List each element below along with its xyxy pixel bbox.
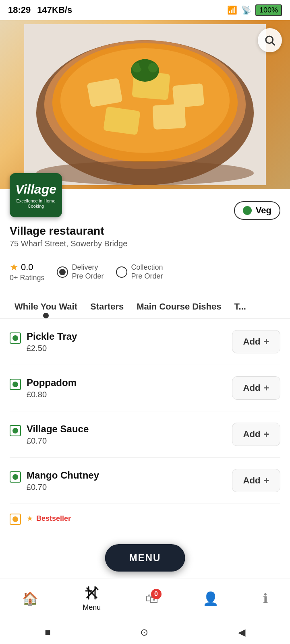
veg-indicator xyxy=(10,425,21,436)
menu-float-button[interactable]: MENU xyxy=(105,544,185,572)
item-price: £2.50 xyxy=(27,344,77,353)
menu-item-left: Mango Chutney £0.70 xyxy=(10,470,99,492)
restaurant-name: Village restaurant xyxy=(10,225,280,237)
hero-image xyxy=(0,20,290,189)
rating-value: 0.0 xyxy=(21,262,33,272)
star-icon: ★ xyxy=(10,262,19,273)
veg-inner-dot xyxy=(12,335,18,341)
svg-rect-7 xyxy=(172,83,205,108)
android-nav-bar: ■ ⊙ ◀ xyxy=(0,620,290,644)
collection-radio[interactable] xyxy=(116,266,127,278)
ratings-delivery-row: ★ 0.0 0+ Ratings Delivery Pre Order Coll… xyxy=(10,255,280,290)
veg-dot-icon xyxy=(243,206,252,215)
tab-more[interactable]: T... xyxy=(228,298,252,318)
svg-point-15 xyxy=(266,36,273,43)
home-icon: 🏠 xyxy=(22,592,38,605)
add-button[interactable]: Add + xyxy=(232,376,280,400)
tab-while-you-wait[interactable]: While You Wait xyxy=(8,298,84,318)
item-name: Mango Chutney xyxy=(27,470,99,481)
battery: 100% xyxy=(255,4,282,16)
status-bar: 18:29 147KB/s 📶 📡 100% xyxy=(0,0,290,20)
veg-inner-dot xyxy=(12,428,18,433)
android-back-button[interactable]: ◀ xyxy=(238,627,245,638)
logo-veg-row: Village Excellence in Home Cooking Veg xyxy=(10,173,280,220)
bestseller-label: Bestseller xyxy=(36,514,71,523)
menu-item: Mango Chutney £0.70 Add + xyxy=(10,458,280,504)
veg-inner-dot xyxy=(12,382,18,387)
nav-menu[interactable]: Menu xyxy=(83,585,101,612)
plus-icon: + xyxy=(263,429,269,440)
category-tabs: While You Wait Starters Main Course Dish… xyxy=(0,290,290,319)
rating-stars: ★ 0.0 xyxy=(10,262,33,273)
android-circle-button[interactable]: ⊙ xyxy=(140,627,148,638)
veg-indicator xyxy=(10,379,21,390)
time: 18:29 xyxy=(8,5,31,15)
add-button[interactable]: Add + xyxy=(232,423,280,446)
nav-info[interactable]: ℹ xyxy=(263,592,268,605)
plus-icon: + xyxy=(263,336,269,347)
nav-home[interactable]: 🏠 xyxy=(22,592,38,605)
info-icon: ℹ xyxy=(263,592,268,605)
veg-indicator xyxy=(10,332,21,344)
item-price: £0.80 xyxy=(27,390,77,399)
delivery-label: Delivery Pre Order xyxy=(72,263,104,281)
svg-line-16 xyxy=(272,43,275,45)
item-price: £0.70 xyxy=(27,436,89,446)
veg-label: Veg xyxy=(256,205,271,216)
status-left: 18:29 147KB/s xyxy=(8,5,72,15)
rating-block: ★ 0.0 0+ Ratings xyxy=(10,262,45,282)
menu-item: Poppadom £0.80 Add + xyxy=(10,365,280,411)
plus-icon: + xyxy=(263,475,269,486)
svg-point-13 xyxy=(148,63,158,72)
item-price: £0.70 xyxy=(27,483,99,492)
bestseller-info: ★ Bestseller xyxy=(27,514,71,523)
collection-option[interactable]: Collection Pre Order xyxy=(116,263,163,281)
food-photo xyxy=(0,20,290,189)
android-square-button[interactable]: ■ xyxy=(45,627,51,638)
signal-icon: 📶 xyxy=(227,5,237,15)
logo-text: Village xyxy=(15,182,56,197)
menu-item-partial: ★ Bestseller xyxy=(10,504,280,525)
collection-label: Collection Pre Order xyxy=(131,263,163,281)
logo-subtitle: Excellence in Home Cooking xyxy=(14,198,58,209)
menu-item-left: Poppadom £0.80 xyxy=(10,377,77,399)
delivery-radio[interactable] xyxy=(57,266,68,278)
cart-badge: 0 xyxy=(151,589,162,599)
restaurant-logo: Village Excellence in Home Cooking xyxy=(10,173,62,217)
tab-starters[interactable]: Starters xyxy=(84,298,130,318)
food-illustration xyxy=(24,24,266,185)
nav-profile[interactable]: 👤 xyxy=(203,592,219,605)
item-details: Village Sauce £0.70 xyxy=(27,423,89,446)
item-name: Pickle Tray xyxy=(27,331,77,342)
menu-item-left: Village Sauce £0.70 xyxy=(10,423,89,446)
bestseller-star-icon: ★ xyxy=(27,514,33,523)
veg-indicator xyxy=(10,471,21,483)
menu-x-icon xyxy=(84,585,100,601)
menu-item: Village Sauce £0.70 Add + xyxy=(10,411,280,458)
item-name: Village Sauce xyxy=(27,423,89,435)
bestseller-indicator xyxy=(10,514,21,525)
rating-count: 0+ Ratings xyxy=(10,274,45,282)
bestseller-inner-dot xyxy=(12,516,18,522)
bottom-navigation: 🏠 Menu 🛍 0 👤 ℹ xyxy=(0,578,290,620)
item-name: Poppadom xyxy=(27,377,77,388)
svg-rect-8 xyxy=(103,106,141,135)
plus-icon: + xyxy=(263,382,269,394)
profile-icon: 👤 xyxy=(203,592,219,605)
restaurant-address: 75 Wharf Street, Sowerby Bridge xyxy=(10,239,280,248)
speed: 147KB/s xyxy=(37,5,72,15)
status-right: 📶 📡 100% xyxy=(227,4,282,16)
add-button[interactable]: Add + xyxy=(232,469,280,492)
veg-inner-dot xyxy=(12,474,18,480)
item-details: Poppadom £0.80 xyxy=(27,377,77,399)
search-button[interactable] xyxy=(258,28,282,52)
add-button[interactable]: Add + xyxy=(232,330,280,353)
menu-item: Pickle Tray £2.50 Add + xyxy=(10,319,280,365)
item-details: Pickle Tray £2.50 xyxy=(27,331,77,353)
nav-cart[interactable]: 🛍 0 xyxy=(145,592,158,605)
tab-main-course[interactable]: Main Course Dishes xyxy=(130,298,228,318)
restaurant-card: Village Excellence in Home Cooking Veg V… xyxy=(0,189,290,290)
svg-rect-9 xyxy=(152,104,186,130)
delivery-option[interactable]: Delivery Pre Order xyxy=(57,263,104,281)
veg-toggle-button[interactable]: Veg xyxy=(234,201,280,220)
